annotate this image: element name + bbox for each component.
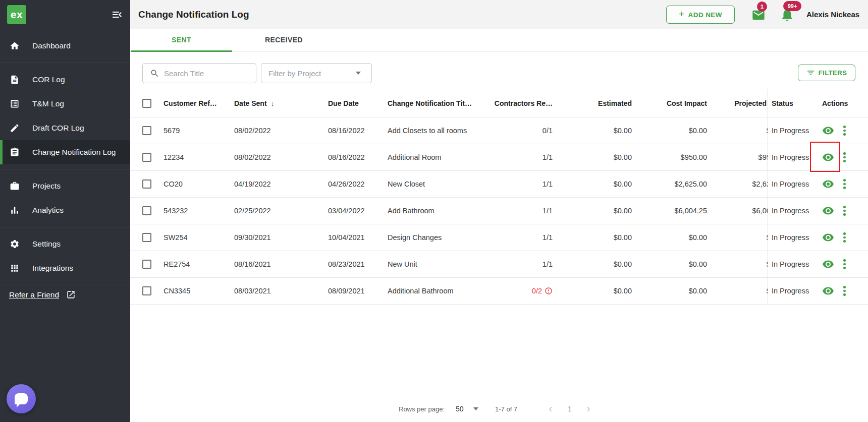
more-options-icon[interactable] — [842, 151, 847, 163]
more-options-icon[interactable] — [842, 178, 847, 190]
sidebar-item-dashboard[interactable]: Dashboard — [0, 34, 130, 58]
cell-customer-ref: RE2754 — [164, 251, 234, 277]
cell-actions — [818, 117, 868, 144]
cell-date-sent: 09/30/2021 — [234, 224, 328, 251]
cell-estimated: $0.00 — [553, 198, 632, 224]
search-title-input[interactable] — [164, 69, 250, 78]
cell-cost-impact: $0.00 — [632, 224, 707, 251]
row-checkbox[interactable] — [142, 233, 151, 242]
rows-per-page-value[interactable]: 50 — [456, 397, 464, 420]
row-checkbox[interactable] — [142, 153, 151, 162]
search-icon — [150, 69, 159, 78]
select-all-checkbox[interactable] — [142, 99, 151, 108]
briefcase-icon — [10, 181, 20, 191]
sidebar-item-projects[interactable]: Projects — [0, 174, 130, 198]
col-projected[interactable]: Projected — [707, 89, 768, 117]
clipboard-icon — [10, 147, 20, 157]
sort-descending-icon[interactable]: ↓ — [271, 99, 275, 107]
col-customer-ref[interactable]: Customer Ref… — [164, 89, 234, 117]
cell-contractors-responded: 1/1 — [484, 144, 553, 170]
cell-due-date: 10/04/2021 — [328, 224, 388, 251]
sidebar-item-label: Projects — [32, 182, 61, 191]
cell-projected: $6,004.25 — [707, 198, 768, 224]
rows-per-page-label: Rows per page: — [399, 397, 445, 420]
row-checkbox[interactable] — [142, 286, 151, 295]
sidebar-item-draft-cor-log[interactable]: Draft COR Log — [0, 116, 130, 140]
view-eye-icon[interactable] — [822, 285, 834, 297]
plus-icon: + — [679, 9, 685, 20]
col-title[interactable]: Change Notification Tit… — [388, 89, 484, 117]
tab-received[interactable]: RECEIVED — [233, 29, 335, 51]
cell-cost-impact: $950.00 — [632, 144, 707, 170]
cell-due-date: 08/16/2022 — [328, 117, 388, 144]
col-estimated[interactable]: Estimated — [553, 89, 632, 117]
sidebar-item-cor-log[interactable]: COR Log — [0, 68, 130, 92]
view-eye-icon[interactable] — [822, 125, 834, 137]
cell-projected: $0.00 — [707, 278, 768, 304]
external-link-icon — [66, 290, 76, 299]
user-name[interactable]: Alexis Nickeas — [806, 0, 859, 29]
row-checkbox[interactable] — [142, 260, 151, 269]
cell-projected: $0.00 — [707, 251, 768, 277]
chevron-down-icon — [356, 72, 361, 75]
tab-bar: SENT RECEIVED — [130, 29, 868, 52]
filter-icon — [806, 69, 815, 77]
sidebar-item-change-notification-log[interactable]: Change Notification Log — [0, 140, 130, 164]
cell-due-date: 03/04/2022 — [328, 198, 388, 224]
filter-by-project-select[interactable] — [261, 63, 372, 83]
more-options-icon[interactable] — [842, 231, 847, 244]
cell-actions — [818, 224, 868, 251]
chat-widget-button[interactable] — [7, 384, 36, 413]
more-options-icon[interactable] — [842, 258, 847, 270]
sidebar-item-integrations[interactable]: Integrations — [0, 256, 130, 280]
tab-sent[interactable]: SENT — [130, 29, 233, 51]
col-date-sent[interactable]: Date Sent ↓ — [234, 89, 328, 117]
cell-projected: $0.00 — [707, 117, 768, 144]
view-eye-icon[interactable] — [822, 178, 834, 190]
refer-a-friend-link[interactable]: Refer a Friend — [9, 290, 59, 299]
more-options-icon[interactable] — [842, 285, 847, 297]
cell-projected: $0.00 — [707, 224, 768, 251]
more-options-icon[interactable] — [842, 125, 847, 137]
view-eye-icon[interactable] — [822, 258, 834, 270]
table-row: 12234 08/02/2022 08/16/2022 Additional R… — [130, 144, 868, 171]
more-options-icon[interactable] — [842, 205, 847, 217]
previous-page-icon[interactable]: ‹ — [543, 397, 558, 420]
cell-cost-impact: $2,625.00 — [632, 171, 707, 197]
rows-per-page-caret-icon[interactable] — [469, 397, 478, 420]
filter-by-project-input[interactable] — [268, 69, 352, 78]
cell-status: In Progress — [768, 251, 818, 277]
mail-badge: 1 — [757, 2, 767, 12]
sidebar-item-tm-log[interactable]: T&M Log — [0, 92, 130, 116]
add-new-label: ADD NEW — [688, 11, 722, 19]
cell-customer-ref: SW254 — [164, 224, 234, 251]
col-status[interactable]: Status — [768, 89, 818, 117]
view-eye-icon[interactable] — [822, 205, 834, 217]
row-checkbox[interactable] — [142, 126, 151, 135]
table-row: RE2754 08/16/2021 08/23/2021 New Unit 1/… — [130, 251, 868, 278]
table-row: 543232 02/25/2022 03/04/2022 Add Bathroo… — [130, 198, 868, 224]
collapse-menu-icon[interactable] — [111, 9, 123, 21]
view-eye-icon[interactable] — [822, 231, 834, 244]
filter-row: FILTERS — [130, 52, 868, 89]
next-page-icon[interactable]: › — [581, 397, 596, 420]
filters-button[interactable]: FILTERS — [798, 65, 855, 81]
table-row: CN3345 08/03/2021 08/09/2021 Additional … — [130, 278, 868, 305]
view-eye-icon[interactable] — [822, 151, 834, 163]
list-icon — [10, 99, 20, 109]
current-page-number: 1 — [562, 397, 577, 420]
sidebar-item-label: Integrations — [32, 264, 73, 273]
cell-contractors-responded: 0/1 — [484, 117, 553, 144]
table-body: 5679 08/02/2022 08/16/2022 Add Closets t… — [130, 117, 868, 305]
col-contractors[interactable]: Contractors Re… — [484, 89, 553, 117]
cell-cost-impact: $0.00 — [632, 278, 707, 304]
cell-customer-ref: 12234 — [164, 144, 234, 170]
row-checkbox[interactable] — [142, 206, 151, 215]
sidebar-item-analytics[interactable]: Analytics — [0, 198, 130, 222]
cell-status: In Progress — [768, 278, 818, 304]
row-checkbox[interactable] — [142, 179, 151, 189]
col-cost-impact[interactable]: Cost Impact — [632, 89, 707, 117]
col-due-date[interactable]: Due Date — [328, 89, 388, 117]
add-new-button[interactable]: + ADD NEW — [666, 6, 735, 24]
sidebar-item-settings[interactable]: Settings — [0, 232, 130, 256]
